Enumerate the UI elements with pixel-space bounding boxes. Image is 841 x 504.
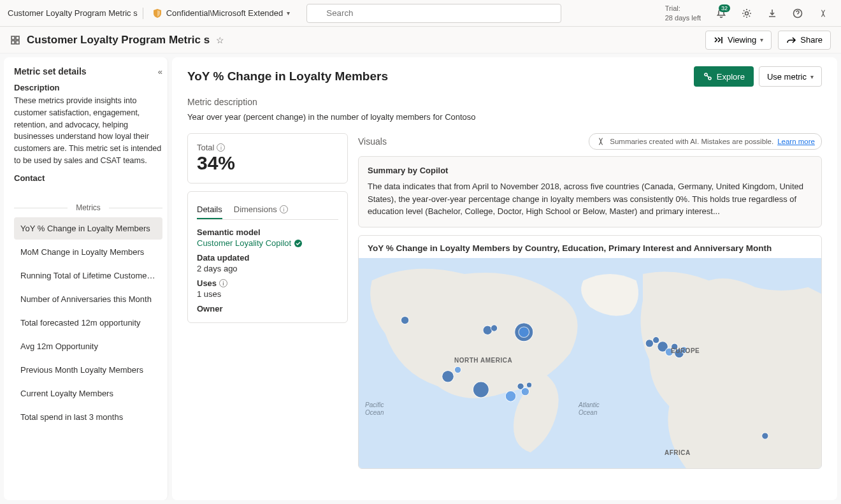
- map-label-pacific: Pacific Ocean: [365, 401, 384, 417]
- svg-point-16: [519, 326, 529, 337]
- total-label: Total: [197, 143, 214, 152]
- map-title: YoY % Change in Loyalty Members by Count…: [359, 236, 821, 258]
- info-icon[interactable]: i: [217, 143, 225, 152]
- metric-description-text: Year over year (percent change) in the n…: [187, 112, 822, 122]
- copilot-icon: [596, 136, 606, 147]
- map-visual[interactable]: NORTH AMERICA EUROPE AFRICA Pacific Ocea…: [359, 258, 821, 468]
- metrics-section-label: Metrics: [14, 203, 162, 212]
- semantic-model-heading: Semantic model: [197, 227, 338, 237]
- notification-badge: 32: [719, 4, 730, 12]
- learn-more-link[interactable]: Learn more: [777, 138, 815, 145]
- svg-rect-7: [16, 41, 19, 44]
- use-metric-button[interactable]: Use metric ▾: [759, 66, 822, 87]
- svg-point-19: [473, 382, 489, 398]
- svg-rect-5: [16, 36, 19, 40]
- contact-heading: Contact: [14, 173, 162, 183]
- share-icon: [786, 35, 796, 45]
- gear-icon: [742, 8, 752, 18]
- svg-point-2: [745, 11, 749, 15]
- settings-button[interactable]: [737, 3, 757, 24]
- info-icon[interactable]: i: [219, 279, 227, 287]
- breadcrumb-title: Customer Loyalty Program Metric s: [8, 8, 138, 18]
- total-card: Total i 34%: [187, 133, 348, 184]
- metric-item-running-total[interactable]: Running Total of Lifetime Customer V...: [14, 264, 162, 287]
- svg-point-20: [505, 391, 516, 401]
- metric-item-avg-12m[interactable]: Avg 12m Opportunity: [14, 335, 162, 357]
- copilot-icon: [818, 8, 828, 18]
- uses-heading: Uses: [197, 278, 217, 288]
- svg-rect-6: [11, 41, 15, 44]
- top-bar: Customer Loyalty Program Metric s Confid…: [0, 0, 841, 27]
- uses-value: 1 uses: [197, 289, 338, 299]
- map-visual-card: YoY % Change in Loyalty Members by Count…: [358, 235, 822, 469]
- info-icon: i: [280, 205, 288, 213]
- share-button[interactable]: Share: [778, 31, 831, 50]
- svg-point-23: [526, 382, 531, 387]
- map-label-af: AFRICA: [665, 449, 691, 456]
- explore-icon: [703, 71, 713, 82]
- map-label-na: NORTH AMERICA: [454, 357, 512, 364]
- ai-disclaimer: Summaries created with AI. Mistakes are …: [589, 133, 822, 150]
- favorite-button[interactable]: ☆: [216, 35, 224, 45]
- svg-point-12: [401, 316, 408, 324]
- explore-button[interactable]: Explore: [694, 66, 754, 87]
- view-icon: [714, 35, 724, 45]
- svg-point-31: [762, 432, 768, 438]
- total-value: 34%: [197, 152, 338, 174]
- details-card: Details Dimensions i Semantic model Cust…: [187, 191, 348, 323]
- notifications-button[interactable]: 32: [711, 3, 731, 24]
- description-heading: Description: [14, 83, 162, 92]
- chevron-down-icon: ▾: [810, 73, 814, 80]
- svg-rect-4: [11, 36, 15, 40]
- search-input[interactable]: [306, 4, 561, 23]
- copilot-button[interactable]: [813, 3, 833, 24]
- trial-status: Trial: 28 days left: [665, 4, 701, 22]
- metric-title: YoY % Change in Loyalty Members: [187, 69, 388, 83]
- download-icon: [767, 8, 777, 18]
- metric-item-yoy-change[interactable]: YoY % Change in Loyalty Members: [14, 217, 162, 240]
- certified-badge-icon: [294, 239, 303, 248]
- shield-icon: [152, 8, 162, 18]
- copilot-summary-title: Summary by Copilot: [368, 166, 812, 175]
- tab-details[interactable]: Details: [197, 201, 222, 219]
- semantic-model-link[interactable]: Customer Loyality Copilot: [197, 238, 338, 248]
- svg-point-8: [705, 73, 707, 76]
- chevron-down-icon: ▾: [287, 10, 290, 17]
- metric-item-total-spend[interactable]: Total spend in last 3 months: [14, 406, 162, 428]
- metric-item-anniversaries[interactable]: Number of Anniversaries this Month: [14, 288, 162, 310]
- description-text: These metrics provide insights into cust…: [14, 95, 162, 167]
- data-updated-heading: Data updated: [197, 253, 338, 263]
- owner-heading: Owner: [197, 304, 338, 313]
- viewing-mode-button[interactable]: Viewing ▾: [705, 31, 772, 50]
- visuals-heading: Visuals: [358, 136, 387, 147]
- chevron-down-icon: ▾: [760, 36, 763, 43]
- svg-point-18: [454, 366, 461, 373]
- metric-item-mom-change[interactable]: MoM Change in Loyalty Members: [14, 241, 162, 263]
- download-button[interactable]: [762, 3, 782, 24]
- collapse-sidebar-button[interactable]: «: [158, 67, 162, 76]
- metric-description-heading: Metric description: [187, 97, 822, 107]
- metric-item-forecasted-12m[interactable]: Total forecasted 12m opportunity: [14, 312, 162, 334]
- svg-point-17: [442, 370, 454, 382]
- help-button[interactable]: [787, 3, 808, 24]
- page-title: Customer Loyalty Program Metric s: [27, 34, 210, 47]
- main-content: YoY % Change in Loyalty Members Explore …: [172, 57, 837, 500]
- metric-set-icon: [10, 35, 20, 45]
- copilot-summary-text: The data indicates that from April to No…: [368, 180, 812, 218]
- metric-item-current[interactable]: Current Loyalty Members: [14, 382, 162, 405]
- sidebar: Metric set details « Description These m…: [4, 57, 168, 500]
- page-header: Customer Loyalty Program Metric s ☆ View…: [0, 27, 841, 54]
- sensitivity-label: Confidential\Microsoft Extended: [166, 8, 284, 18]
- svg-point-22: [521, 387, 529, 395]
- svg-point-14: [491, 324, 497, 331]
- divider: [143, 8, 143, 19]
- copilot-summary-card: Summary by Copilot The data indicates th…: [358, 156, 822, 227]
- data-updated-value: 2 days ago: [197, 264, 338, 273]
- svg-point-25: [653, 336, 659, 343]
- sidebar-title: Metric set details: [14, 66, 87, 76]
- svg-point-9: [708, 77, 711, 80]
- sensitivity-dropdown[interactable]: Confidential\Microsoft Extended ▾: [148, 7, 294, 20]
- map-label-atlantic: Atlantic Ocean: [579, 401, 600, 417]
- metric-item-prev-month[interactable]: Previous Month Loyalty Members: [14, 359, 162, 381]
- tab-dimensions[interactable]: Dimensions i: [234, 201, 288, 219]
